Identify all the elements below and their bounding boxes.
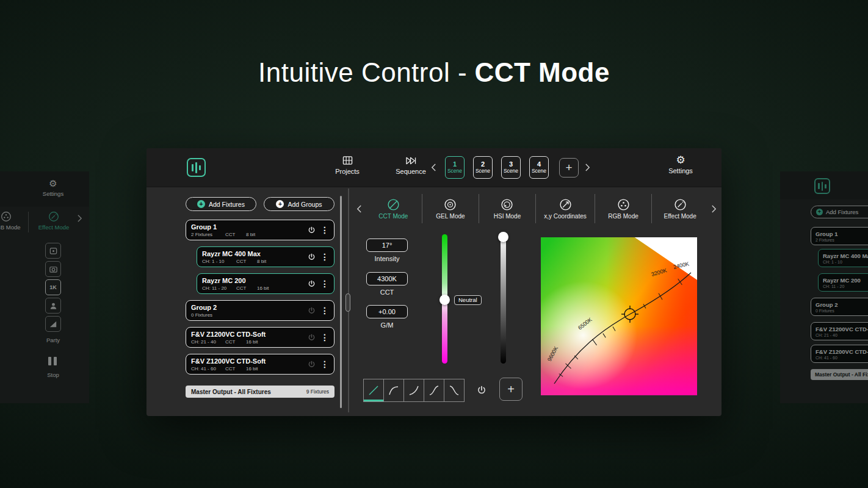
fixture-item[interactable]: Rayzr MC 200CH: 11 - 20 — [818, 273, 868, 292]
power-icon[interactable] — [308, 226, 316, 234]
tab-rgb-mode[interactable]: RGB Mode — [595, 194, 651, 223]
fixtures-panel: + Add Fixtures + Add Groups Group 1 2 Fi… — [186, 197, 335, 398]
kebab-menu-icon[interactable]: ⋮ — [320, 306, 329, 315]
fixture-title: Rayzr MC 400 Max — [823, 253, 868, 259]
power-icon[interactable] — [308, 334, 316, 342]
fixture-item-rayzr-mc-400[interactable]: Rayzr MC 400 Max CH: 1 - 10CCT8 bit ⋮ — [197, 246, 335, 267]
scene-button-1[interactable]: 1 Scene — [445, 156, 465, 179]
fixture-item-group-1[interactable]: Group 1 2 FixturesCCT8 bit ⋮ — [186, 220, 335, 240]
chevron-right-icon[interactable] — [77, 214, 82, 223]
tab-rgb-mode-partial[interactable]: RGB Mode — [0, 210, 31, 231]
fixture-item-fv-z1200-1[interactable]: F&V Z1200VC CTD-Soft CH: 21 - 40CCT16 bi… — [186, 327, 335, 348]
tab-effect-mode[interactable]: Effect Mode — [651, 194, 708, 223]
fixture-sub: CH: 21 - 40 — [816, 333, 868, 337]
power-icon[interactable] — [308, 280, 316, 288]
curve-exp-button[interactable] — [403, 379, 424, 402]
modes-chevron-left-icon[interactable] — [354, 204, 365, 214]
scene-selector: 1 Scene 2 Scene 3 Scene 4 Scene — [445, 156, 549, 179]
curve-log-button[interactable] — [383, 379, 404, 402]
effect-preset-person-button[interactable] — [45, 298, 61, 314]
add-groups-button[interactable]: + Add Groups — [264, 197, 335, 211]
curve-s-button[interactable] — [424, 379, 444, 402]
kebab-menu-icon[interactable]: ⋮ — [320, 279, 329, 289]
output-power-icon[interactable] — [477, 386, 486, 395]
scene-chevron-right-icon[interactable] — [585, 163, 590, 172]
tab-hsi-mode[interactable]: HSI Mode — [479, 194, 535, 223]
intensity-value-field[interactable]: 17° — [366, 239, 408, 252]
tab-effect-mode[interactable]: Effect Mode — [34, 210, 73, 231]
projects-icon — [342, 155, 353, 166]
scene-button-2[interactable]: 2 Scene — [473, 156, 493, 179]
sequence-button[interactable]: Sequence — [393, 155, 429, 175]
plus-icon: + — [276, 200, 284, 208]
gm-value-field[interactable]: +0.00 — [366, 305, 408, 318]
add-fixtures-label: Add Fixtures — [209, 201, 245, 208]
sub-bits: 16 bit — [246, 339, 258, 345]
power-icon[interactable] — [308, 253, 316, 261]
kebab-menu-icon[interactable]: ⋮ — [320, 359, 329, 369]
sequence-label: Sequence — [396, 168, 426, 175]
fixture-info: Group 2 0 Fixtures — [191, 304, 305, 318]
green-magenta-slider-thumb[interactable] — [439, 295, 450, 305]
modes-chevron-right-icon[interactable] — [708, 204, 719, 214]
kebab-menu-icon[interactable]: ⋮ — [320, 252, 329, 262]
intensity-slider-thumb[interactable] — [498, 232, 508, 242]
master-output-bar[interactable]: Master Output - All Fixtures — [811, 369, 868, 380]
tab-label: RGB Mode — [0, 224, 21, 231]
sub-channels: CH: 11 - 20 — [202, 285, 236, 291]
cct-gamut-picker[interactable]: 9600K 6500K 3200K 2400K — [541, 237, 697, 395]
sub-bits: 8 bit — [246, 232, 255, 237]
fixture-item[interactable]: Rayzr MC 400 MaxCH: 1 - 10 — [818, 249, 868, 267]
fixture-item-group-2[interactable]: Group 2 0 Fixtures ⋮ — [186, 300, 335, 321]
fixture-sub: CH: 41 - 60 — [816, 356, 868, 360]
settings-button[interactable]: ⚙ Settings — [663, 154, 698, 174]
intensity-slider[interactable] — [501, 234, 506, 364]
effect-preset-1k-button[interactable]: 1K — [45, 279, 61, 295]
cct-value-field[interactable]: 4300K — [366, 272, 408, 285]
effect-preset-screen-button[interactable] — [45, 243, 61, 259]
gear-icon: ⚙ — [676, 154, 685, 165]
scene-button-3[interactable]: 3 Scene — [501, 156, 521, 179]
curve-linear-button[interactable] — [363, 379, 384, 402]
kebab-menu-icon[interactable]: ⋮ — [320, 332, 329, 342]
effect-preset-ramp-button[interactable] — [45, 316, 61, 332]
scene-label: Scene — [447, 168, 462, 174]
master-output-label: Master Output - All Fixtures — [815, 371, 868, 378]
fixture-item[interactable]: F&V Z1200VC CTD-SoftCH: 21 - 40 — [811, 322, 868, 340]
tab-gel-mode[interactable]: GEL Mode — [422, 194, 479, 223]
power-icon[interactable] — [308, 307, 316, 315]
fixture-item-rayzr-mc-200[interactable]: Rayzr MC 200 CH: 11 - 20CCT16 bit ⋮ — [197, 273, 335, 294]
fixtures-scrollbar[interactable] — [340, 196, 342, 408]
app-window: Projects Sequence 1 Scene 2 Scene — [146, 148, 722, 416]
master-output-bar[interactable]: Master Output - All Fixtures 9 Fixtures — [186, 386, 335, 398]
projects-label: Projects — [335, 168, 360, 175]
scene-chevron-left-icon[interactable] — [431, 163, 436, 172]
fixture-sub: 0 Fixtures — [816, 309, 868, 313]
right-screenshot-fragment: + Add Fixtures Group 12 Fixtures Rayzr M… — [780, 171, 868, 403]
power-icon[interactable] — [308, 361, 316, 368]
effect-mode-icon — [673, 198, 687, 212]
add-fixtures-button[interactable]: + Add Fixtures — [186, 197, 256, 211]
plus-icon: + — [197, 200, 205, 208]
settings-button[interactable]: ⚙ Settings — [35, 178, 71, 197]
projects-button[interactable]: Projects — [330, 155, 365, 175]
tab-cct-mode[interactable]: CCT Mode — [365, 194, 422, 223]
effect-preset-camera-button[interactable] — [45, 261, 61, 277]
fixture-item[interactable]: F&V Z1200VC CTD-SoftCH: 41 - 60 — [811, 345, 868, 363]
tab-label: Effect Mode — [664, 213, 696, 220]
fixture-item[interactable]: Group 20 Fixtures — [811, 298, 868, 316]
curve-inverse-s-button[interactable] — [444, 379, 465, 402]
scene-button-4[interactable]: 4 Scene — [529, 156, 549, 179]
kebab-menu-icon[interactable]: ⋮ — [320, 225, 329, 235]
add-scene-button[interactable]: + — [559, 158, 579, 178]
add-preset-button[interactable]: + — [499, 378, 523, 401]
fixture-item-fv-z1200-2[interactable]: F&V Z1200VC CTD-Soft CH: 41 - 60CCT16 bi… — [186, 354, 335, 375]
sub-bits: 16 bit — [246, 366, 258, 371]
fixture-item[interactable]: Group 12 Fixtures — [811, 227, 868, 245]
fixture-title: Group 2 — [191, 304, 305, 311]
pause-icon[interactable] — [48, 357, 57, 365]
add-fixtures-button[interactable]: + Add Fixtures — [811, 206, 868, 218]
gear-icon: ⚙ — [49, 178, 57, 189]
app-topbar: Projects Sequence 1 Scene 2 Scene — [146, 148, 722, 187]
tab-xy-coordinates[interactable]: x,y Coordinates — [535, 194, 595, 223]
